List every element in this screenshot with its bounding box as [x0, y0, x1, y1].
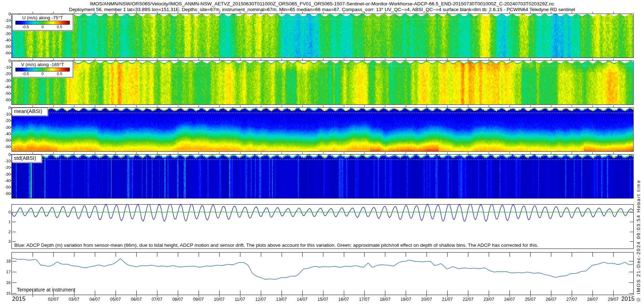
- date-tick: [74, 152, 74, 154]
- date-tick: [489, 290, 489, 295]
- depthvar-tick: [630, 212, 633, 212]
- date-tick: [572, 12, 572, 13]
- date-tick: [261, 12, 261, 13]
- date-tick: [613, 12, 614, 13]
- date-tick: [592, 152, 593, 154]
- date-tick: [613, 152, 614, 154]
- depth-tick: [10, 181, 11, 181]
- temp-tick-label: 17: [0, 270, 11, 274]
- date-tick: [199, 106, 199, 107]
- date-tick: [282, 59, 282, 60]
- date-tick: [426, 106, 427, 107]
- v-colorbar-gradient: [15, 68, 70, 72]
- depth-tick-label: -50: [0, 138, 11, 142]
- date-tick: [219, 106, 220, 107]
- depth-tick: [10, 20, 11, 21]
- date-tick: [136, 152, 137, 154]
- depth-variation-plot: [12, 205, 633, 249]
- date-tick: [551, 290, 551, 295]
- xaxis-year-left: 2015: [12, 296, 26, 302]
- depth-tick-label: -10: [0, 112, 11, 116]
- date-tick: [74, 59, 74, 60]
- temperature-plot: [12, 252, 633, 295]
- depth-tick-label: 0: [0, 106, 11, 110]
- depth-tick-label: -10: [0, 18, 11, 23]
- depth-tick-label: 0: [0, 59, 11, 63]
- x-tick-label: 19/07: [399, 297, 413, 302]
- date-tick: [447, 290, 448, 295]
- date-tick: [116, 12, 116, 13]
- date-tick: [613, 59, 614, 60]
- date-tick: [551, 106, 551, 107]
- date-tick: [447, 12, 448, 13]
- depth-tick: [10, 53, 11, 53]
- x-tick-label: 08/07: [171, 297, 185, 302]
- depth-tick: [10, 167, 11, 168]
- date-tick: [406, 290, 406, 295]
- v-colorbar-ticklabels: -0.500.5: [15, 72, 70, 77]
- date-tick: [572, 152, 572, 154]
- date-tick: [323, 152, 323, 154]
- date-tick: [33, 152, 33, 154]
- x-tick-label: 16/07: [337, 297, 351, 302]
- x-tick-label: 29/07: [606, 297, 620, 302]
- depthvar-tick: [630, 232, 633, 232]
- depth-tick-label: -50: [0, 185, 11, 189]
- depthvar-tick-label: 2: [0, 230, 11, 234]
- date-tick: [136, 59, 137, 60]
- date-tick: [364, 12, 365, 13]
- date-tick: [572, 59, 572, 60]
- v-legend-title: V (m/s) along -165°T: [13, 62, 73, 67]
- depth-tick: [10, 121, 11, 121]
- date-tick: [282, 290, 282, 295]
- date-tick: [509, 290, 510, 295]
- depth-tick-label: -60: [0, 191, 11, 196]
- date-tick: [468, 106, 468, 107]
- date-tick: [74, 12, 74, 13]
- date-tick: [116, 290, 116, 295]
- panel-mean-absi: mean(ABSI): [11, 107, 634, 152]
- date-tick: [406, 252, 406, 257]
- depth-tick-label: -40: [0, 178, 11, 183]
- date-tick: [509, 59, 510, 60]
- x-tick-label: 03/07: [67, 297, 81, 302]
- date-tick: [489, 12, 489, 13]
- date-tick: [136, 252, 137, 257]
- temp-tick: [629, 272, 633, 272]
- date-tick: [385, 59, 385, 60]
- depth-tick: [10, 74, 11, 74]
- colorbar-tick-label: 0.5: [57, 72, 62, 76]
- date-tick: [95, 106, 95, 107]
- date-tick: [178, 252, 178, 257]
- temp-tick: [12, 261, 16, 261]
- depth-tick: [10, 80, 11, 81]
- std-absi-label: std(ABSI): [14, 155, 36, 161]
- depth-tick-label: -60: [0, 144, 11, 149]
- depth-tick: [10, 61, 11, 61]
- depthvar-tick: [12, 222, 16, 222]
- date-tick: [261, 252, 261, 257]
- date-tick: [116, 152, 116, 154]
- v-colorbar-legend: V (m/s) along -165°T -0.500.5: [12, 61, 73, 77]
- depthvar-tick: [12, 241, 16, 242]
- temp-tick-label: 16: [0, 280, 11, 285]
- date-tick: [385, 152, 385, 154]
- date-tick: [344, 252, 344, 257]
- depth-tick: [10, 14, 11, 14]
- x-tick-label: 24/07: [502, 297, 517, 302]
- date-tick: [219, 59, 220, 60]
- date-tick: [344, 290, 344, 295]
- date-tick: [344, 59, 344, 60]
- depth-tick-label: -40: [0, 132, 11, 136]
- depth-tick-label: -20: [0, 25, 11, 29]
- date-tick: [426, 152, 427, 154]
- x-tick-label: 25/07: [523, 297, 537, 302]
- date-tick: [530, 252, 531, 257]
- depth-tick: [10, 108, 11, 108]
- depthvar-tick: [630, 222, 633, 222]
- depth-tick-label: -60: [0, 51, 11, 55]
- date-tick: [157, 152, 157, 154]
- date-tick: [33, 252, 33, 257]
- u-legend-title: U (m/s) along -75°T: [13, 15, 73, 20]
- date-tick: [53, 59, 54, 60]
